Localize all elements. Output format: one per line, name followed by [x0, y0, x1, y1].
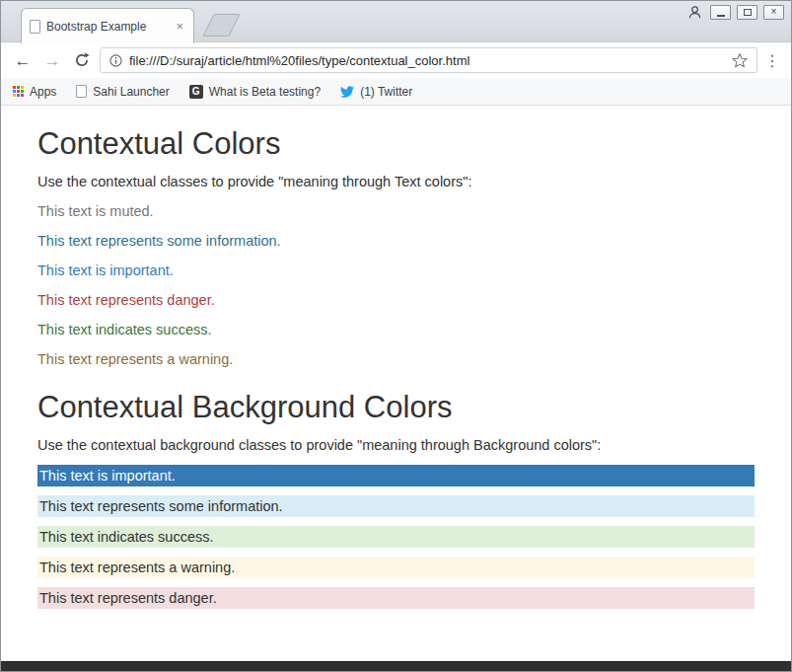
forward-button[interactable]: → — [40, 52, 64, 69]
minimize-icon — [717, 15, 725, 17]
bg-warning-line: This text represents a warning. — [37, 557, 755, 578]
tab-close-icon[interactable]: × — [174, 20, 185, 33]
maximize-button[interactable] — [737, 5, 757, 20]
bookmark-label: Apps — [30, 85, 56, 99]
info-icon[interactable] — [109, 54, 122, 67]
apps-grid-icon — [13, 86, 24, 97]
back-arrow-icon: ← — [15, 51, 32, 70]
bg-section-title: Contextual Background Colors — [37, 390, 755, 425]
refresh-button[interactable] — [70, 52, 94, 68]
bg-danger-line: This text represents danger. — [37, 587, 755, 609]
text-muted-line: This text is muted. — [37, 201, 755, 221]
page-title: Contextual Colors — [37, 126, 755, 162]
kebab-menu-icon: ⋮ — [764, 52, 780, 69]
profile-button[interactable] — [684, 4, 704, 20]
minimize-button[interactable] — [710, 5, 731, 20]
navigation-bar: ← → file:///D:/suraj/article/html%20file… — [1, 42, 791, 78]
window-controls: × — [684, 4, 784, 20]
bg-info-line: This text represents some information. — [37, 495, 755, 517]
back-button[interactable]: ← — [11, 52, 35, 69]
bookmark-twitter[interactable]: (1) Twitter — [340, 85, 412, 99]
browser-window: Bootstrap Example × × ← → — [0, 0, 792, 672]
page-content: Contextual Colors Use the contextual cla… — [1, 106, 791, 661]
person-icon — [687, 5, 702, 20]
url-field[interactable]: file:///D:/suraj/article/html%20files/ty… — [100, 47, 757, 73]
close-icon: × — [771, 7, 777, 17]
bookmark-label: What is Beta testing? — [209, 85, 321, 99]
maximize-icon — [744, 9, 752, 16]
page-icon — [76, 85, 87, 98]
browser-menu-button[interactable]: ⋮ — [763, 51, 781, 70]
text-success-line: This text indicates success. — [37, 320, 755, 339]
tab-title: Bootstrap Example — [46, 20, 168, 34]
bookmarks-bar: Apps Sahi Launcher G What is Beta testin… — [1, 78, 791, 106]
bookmark-sahi-launcher[interactable]: Sahi Launcher — [76, 85, 169, 99]
bg-primary-line: This text is important. — [37, 465, 755, 486]
titlebar[interactable]: Bootstrap Example × × — [1, 1, 791, 42]
text-danger-line: This text represents danger. — [37, 290, 755, 310]
close-button[interactable]: × — [763, 5, 784, 20]
bookmark-apps[interactable]: Apps — [13, 85, 56, 99]
twitter-bird-icon — [340, 85, 354, 99]
page-favicon-icon — [30, 20, 40, 34]
forward-arrow-icon: → — [44, 51, 61, 70]
window-bottom-frame — [1, 661, 791, 671]
bg-success-line: This text indicates success. — [37, 526, 755, 548]
g-favicon-icon: G — [189, 85, 203, 99]
bookmark-beta-testing[interactable]: G What is Beta testing? — [189, 85, 321, 99]
bookmark-label: (1) Twitter — [360, 85, 412, 99]
bookmark-star-icon[interactable] — [732, 52, 748, 68]
bg-intro-text: Use the contextual background classes to… — [37, 435, 755, 455]
url-text: file:///D:/suraj/article/html%20files/ty… — [129, 53, 725, 68]
refresh-icon — [74, 52, 90, 68]
bookmark-label: Sahi Launcher — [93, 85, 169, 99]
intro-text: Use the contextual classes to provide "m… — [37, 172, 755, 191]
text-primary-line: This text is important. — [37, 261, 755, 280]
text-info-line: This text represents some information. — [37, 231, 755, 251]
new-tab-button[interactable] — [202, 14, 240, 37]
browser-tab[interactable]: Bootstrap Example × — [21, 8, 194, 43]
text-warning-line: This text represents a warning. — [37, 349, 755, 369]
